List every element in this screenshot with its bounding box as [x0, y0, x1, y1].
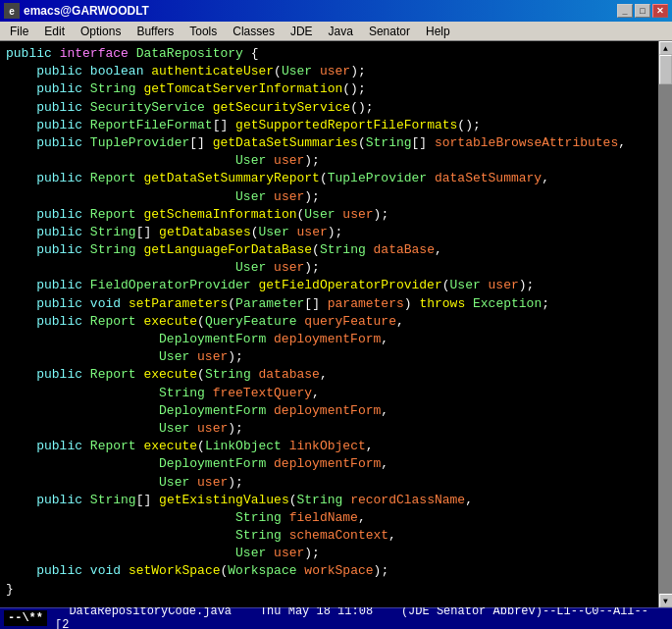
menu-jde[interactable]: JDE	[283, 23, 321, 40]
title-text: emacs@GARWOODLT	[24, 4, 617, 18]
maximize-button[interactable]: □	[635, 4, 650, 18]
close-button[interactable]: ✕	[652, 4, 668, 18]
menu-tools[interactable]: Tools	[181, 23, 225, 40]
menu-options[interactable]: Options	[73, 23, 129, 40]
menu-help[interactable]: Help	[418, 23, 458, 40]
editor-container: public interface DataRepository { public…	[0, 41, 672, 607]
status-mode-indicator: --\**	[4, 610, 47, 626]
scrollbar[interactable]: ▲ ▼	[658, 41, 672, 607]
menu-java[interactable]: Java	[321, 23, 361, 40]
menu-classes[interactable]: Classes	[225, 23, 283, 40]
scroll-down-arrow[interactable]: ▼	[659, 594, 673, 607]
app-icon: e	[4, 3, 20, 19]
status-bar: --\** DataRepositoryCode.java Thu May 18…	[0, 607, 672, 627]
code-area[interactable]: public interface DataRepository { public…	[0, 41, 658, 607]
scroll-thumb[interactable]	[659, 55, 672, 84]
scroll-track[interactable]	[659, 55, 672, 594]
menu-bar: File Edit Options Buffers Tools Classes …	[0, 22, 672, 41]
status-info: DataRepositoryCode.java Thu May 18 11:08…	[47, 604, 668, 630]
menu-file[interactable]: File	[2, 23, 36, 40]
menu-edit[interactable]: Edit	[36, 23, 73, 40]
window-controls: _ □ ✕	[617, 4, 668, 18]
minimize-button[interactable]: _	[617, 4, 633, 18]
title-bar: e emacs@GARWOODLT _ □ ✕	[0, 0, 672, 22]
menu-senator[interactable]: Senator	[361, 23, 418, 40]
scroll-up-arrow[interactable]: ▲	[659, 41, 673, 55]
menu-buffers[interactable]: Buffers	[129, 23, 181, 40]
